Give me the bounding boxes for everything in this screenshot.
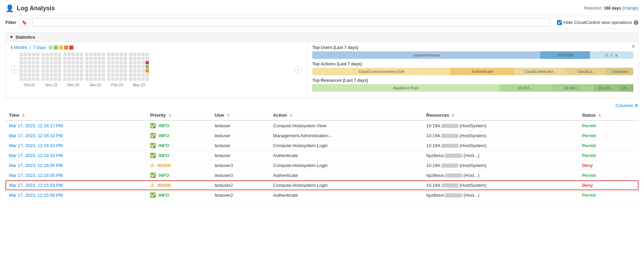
heatmap-cell: [24, 73, 27, 77]
cell-action: Compute.Hostsystem.Login: [270, 160, 423, 170]
columns-dropdown-icon: ▼: [634, 103, 639, 108]
top-resources-bar-ip3[interactable]: 10.194....: [594, 84, 618, 92]
heatmap-cell: [146, 73, 149, 77]
heatmap-cell: [93, 65, 97, 68]
columns-button[interactable]: Columns ▼: [616, 103, 639, 108]
heatmap-cell: [20, 73, 23, 77]
col-action[interactable]: Action ⇅: [270, 110, 423, 120]
filter-input[interactable]: [32, 18, 550, 27]
heatmap-cell: [20, 65, 23, 68]
heatmap-cell: [107, 61, 111, 64]
heatmap-cell: [32, 61, 35, 64]
top-users-bar-superadmin[interactable]: superadminuser: [312, 51, 540, 59]
heatmap-cell: [85, 69, 89, 73]
heatmap-cell: [119, 61, 123, 64]
heatmap-cell: [67, 69, 71, 73]
table-row[interactable]: Mar 17, 2023, 12:16:17 PM✅ INFOtestuserC…: [5, 120, 639, 131]
heatmap-cell: [50, 73, 53, 77]
table-row[interactable]: Mar 17, 2023, 12:16:10 PM✅ INFOtestuserM…: [5, 131, 639, 141]
col-status[interactable]: Status ⇅: [579, 110, 639, 120]
sort-icon-status: ⇅: [598, 114, 601, 117]
heatmap-cell: [58, 57, 61, 60]
heatmap-cell: [46, 57, 49, 60]
heatmap-cell: [36, 73, 39, 77]
table-row[interactable]: Mar 17, 2023, 12:16:05 PM✅ INFOtestuser3…: [5, 170, 639, 180]
heatmap-cell: [32, 73, 35, 77]
cell-time[interactable]: Mar 17, 2023, 12:16:10 PM: [5, 131, 147, 141]
col-user[interactable]: User ⇅: [211, 110, 270, 120]
heatmap-cell: [93, 77, 97, 81]
heatmap-cell: [111, 77, 115, 81]
table-row[interactable]: Mar 17, 2023, 12:15:58 PM✅ INFOtestuser2…: [5, 190, 639, 200]
retention-label: Retention:: [584, 6, 603, 11]
col-priority[interactable]: Priority ⇅: [147, 110, 211, 120]
heatmap-cell: [111, 61, 115, 64]
heatmap-cell: [28, 65, 31, 68]
top-actions-bar-cloudco[interactable]: CloudCo...: [566, 68, 606, 75]
heatmap-cell: [46, 53, 49, 56]
table-row[interactable]: Mar 17, 2023, 12:16:05 PM⚠ WARNtestuser3…: [5, 160, 639, 170]
top-users-bar-system[interactable]: SYSTEM: [540, 51, 590, 59]
cell-user: testuser: [211, 151, 270, 160]
top-users-bar: superadminuser SYSTEM U...t a.: [312, 51, 633, 59]
heatmap-cell: [36, 61, 39, 64]
top-users-label: Top Users (Last 7 days): [312, 45, 633, 50]
heatmap-cell: [107, 53, 111, 56]
top-resources-bar-unknown[interactable]: Un...: [618, 84, 633, 92]
top-actions-bar-cloudcontrol-aut[interactable]: CloudControl.Aut...: [515, 68, 567, 75]
heatmap-cell-active: [146, 61, 149, 64]
heatmap-cell: [111, 53, 115, 56]
heatmap-cell: [115, 77, 119, 81]
heatmap-cell: [129, 69, 132, 73]
cell-time[interactable]: Mar 17, 2023, 12:15:59 PM: [5, 180, 147, 190]
retention-change-link[interactable]: (change): [622, 6, 639, 11]
stats-close-button[interactable]: ✕: [631, 44, 635, 49]
top-actions-bar-inventory[interactable]: CloudControl.Inventory.Edit: [312, 68, 450, 75]
heatmap-cell: [54, 61, 57, 64]
heatmap-cell: [54, 65, 57, 68]
heatmap-cell: [28, 73, 31, 77]
heatmap-cell: [111, 65, 115, 68]
col-time[interactable]: Time ⇅: [5, 110, 147, 120]
top-actions-bar-authenticate[interactable]: Authenticate: [450, 68, 515, 75]
top-actions-bar-unknown[interactable]: Unknown: [606, 68, 633, 75]
heatmap-cell: [58, 73, 61, 77]
heatmap-cell: [76, 69, 79, 73]
heatmap-cell: [67, 61, 71, 64]
heatmap-prev-button[interactable]: ‹: [11, 66, 18, 74]
col-resources[interactable]: Resources ⇅: [423, 110, 579, 120]
heatmap-cell: [98, 65, 101, 68]
cell-resources: hpz8esxi. (Host...): [423, 170, 579, 180]
heatmap-next-button[interactable]: ›: [295, 66, 302, 74]
table-row[interactable]: Mar 17, 2023, 12:15:59 PM⚠ WARNtestuser2…: [5, 180, 639, 190]
heatmap-cell: [72, 77, 75, 81]
check-circle-icon: ✅: [150, 133, 156, 138]
top-resources-bar-appliance-root[interactable]: Appliance Root: [312, 84, 500, 92]
heatmap-cell: [80, 65, 83, 68]
heatmap-cell: [36, 53, 39, 56]
top-resources-bar-ip1[interactable]: 10.194....: [500, 84, 552, 92]
table-row[interactable]: Mar 17, 2023, 12:16:10 PM✅ INFOtestuserA…: [5, 151, 639, 160]
heatmap-cell: [133, 53, 137, 56]
heatmap-cell: [124, 57, 127, 60]
filter-bookmark-button[interactable]: 🔖: [19, 18, 29, 26]
top-users-bar-other[interactable]: U...t a.: [590, 51, 633, 59]
cell-time[interactable]: Mar 17, 2023, 12:16:10 PM: [5, 141, 147, 151]
heatmap-cell: [107, 57, 111, 60]
check-circle-icon: ✅: [150, 143, 156, 148]
top-resources-bar-ip2[interactable]: 10.194.1...: [552, 84, 594, 92]
cell-time[interactable]: Mar 17, 2023, 12:16:10 PM: [5, 151, 147, 160]
heatmap-cell: [50, 65, 53, 68]
heatmap-cell: [46, 61, 49, 64]
cell-time[interactable]: Mar 17, 2023, 12:15:58 PM: [5, 190, 147, 200]
heatmap-cell: [119, 69, 123, 73]
heatmap-7days-link[interactable]: 7 Days: [33, 45, 46, 50]
table-row[interactable]: Mar 17, 2023, 12:16:10 PM✅ INFOtestuserC…: [5, 141, 639, 151]
cell-time[interactable]: Mar 17, 2023, 12:16:17 PM: [5, 120, 147, 131]
cell-time[interactable]: Mar 17, 2023, 12:16:05 PM: [5, 170, 147, 180]
hide-ops-info-icon[interactable]: i: [634, 20, 639, 25]
heatmap-cell: [72, 57, 75, 60]
hide-ops-checkbox[interactable]: [557, 20, 562, 25]
cell-time[interactable]: Mar 17, 2023, 12:16:05 PM: [5, 160, 147, 170]
stats-section-header[interactable]: ▼ Statistics: [6, 33, 638, 42]
